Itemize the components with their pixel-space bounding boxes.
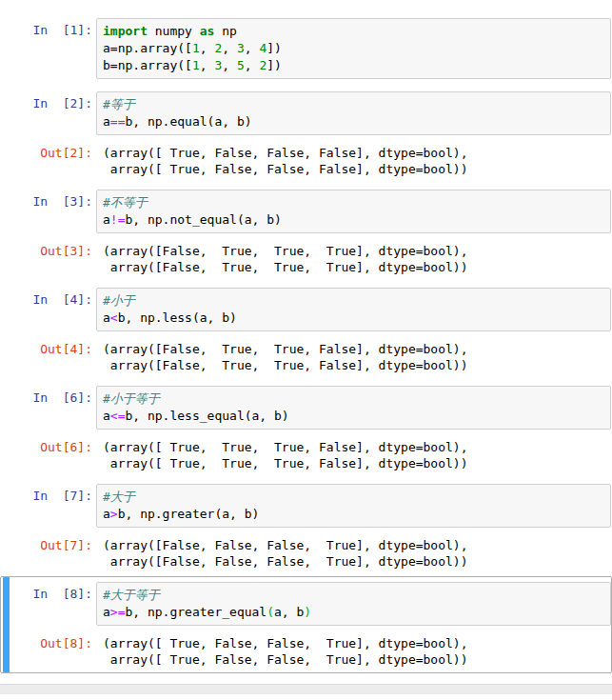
code-cell[interactable]: In [7]:#大于a>b, np.greater(a, b)Out[7]:(a… [0,478,612,575]
output-line: (array([ True, True, True, False], dtype… [103,439,605,455]
output-row: Out[2]:(array([ True, False, False, Fals… [1,141,611,177]
token-num: 3 [237,41,245,55]
token-com: #等于 [103,97,135,111]
token-num: 1 [192,58,200,72]
token-com: #小于等于 [103,391,160,406]
input-row: In [6]:#小于等于a<=b, np.less_equal(a, b) [1,386,611,430]
input-row: In [4]:#小于a<b, np.less(a, b) [1,288,611,331]
token: , [200,58,215,72]
token-num: 1 [192,41,200,55]
input-prompt: In [3]: [1,190,96,210]
token-kw: as [200,24,215,38]
code-cell[interactable]: In [8]:#大于等于a>=b, np.greater_equal(a, b)… [0,576,612,673]
output-text: (array([False, False, False, True], dtyp… [96,533,611,570]
token-com: #小于 [103,293,135,308]
notebook: In [1]:import numpy as npa=np.array([1, … [0,0,612,673]
output-line: array([False, False, False, True], dtype… [103,553,605,570]
output-prompt: Out[7]: [1,533,96,553]
token: b, np.greater(a, b) [118,507,260,521]
output-line: array([False, True, True, False], dtype=… [103,357,605,373]
code-line: a<b, np.less(a, b) [103,310,604,327]
token-num: 5 [237,58,245,72]
code-line: #等于 [103,96,604,113]
output-prompt: Out[4]: [1,337,96,357]
input-row: In [1]:import numpy as npa=np.array([1, … [1,18,611,79]
token: , [222,58,237,72]
token: a [103,310,110,325]
output-line: array([ True, False, False, True], dtype… [103,651,605,668]
token: ]) [267,41,282,55]
code-editor[interactable]: #小于a<b, np.less(a, b) [96,288,611,331]
input-prompt: In [6]: [1,386,96,406]
token-com: #大于 [103,490,135,504]
token-op: <= [110,409,126,423]
code-line: a!=b, np.not_equal(a, b) [103,211,604,229]
token: a=np.array([ [103,41,192,55]
token-mb: ( [267,605,274,619]
output-line: (array([ True, False, False, False], dty… [103,145,605,161]
code-cell[interactable]: In [4]:#小于a<b, np.less(a, b)Out[4]:(arra… [0,282,612,379]
code-editor[interactable]: #大于等于a>=b, np.greater_equal(a, b) [96,582,611,626]
output-text: (array([False, True, True, False], dtype… [96,337,611,373]
output-prompt: Out[3]: [1,239,96,259]
code-cell[interactable]: In [1]:import numpy as npa=np.array([1, … [0,12,612,85]
token: b, np.equal(a, b) [125,114,251,129]
token-op: == [110,114,126,129]
output-line: array([ True, False, False, False], dtyp… [103,161,605,177]
input-prompt: In [1]: [1,18,96,38]
input-prompt: In [4]: [1,288,96,308]
output-row: Out[6]:(array([ True, True, True, False]… [1,435,611,471]
input-prompt: In [8]: [1,582,96,602]
code-editor[interactable]: #等于a==b, np.equal(a, b) [96,91,611,135]
output-text: (array([ True, False, False, True], dtyp… [96,631,611,668]
code-line: a=np.array([1, 2, 3, 4]) [103,40,604,57]
token: a [103,605,110,619]
output-line: (array([False, True, True, True], dtype=… [103,243,605,259]
code-line: a==b, np.equal(a, b) [103,113,604,130]
output-prompt: Out[2]: [1,141,96,161]
token: , [245,41,260,55]
token-mb: ) [304,605,311,619]
token-op: > [110,507,118,521]
code-editor[interactable]: #小于等于a<=b, np.less_equal(a, b) [96,386,611,430]
input-prompt: In [2]: [1,91,96,111]
token: a, b [274,605,304,619]
token-op: != [110,212,126,227]
output-line: array([False, True, True, True], dtype=b… [103,259,605,275]
token-kw: import [103,24,148,38]
code-editor[interactable]: #不等于a!=b, np.not_equal(a, b) [96,190,611,233]
input-row: In [8]:#大于等于a>=b, np.greater_equal(a, b) [1,582,611,626]
code-line: a>b, np.greater(a, b) [103,506,604,523]
output-prompt: Out[6]: [1,435,96,455]
output-prompt: Out[8]: [1,631,96,651]
token: b, np.not_equal(a, b) [125,212,281,227]
code-line: b=np.array([1, 3, 5, 2]) [103,57,604,74]
code-line: a>=b, np.greater_equal(a, b) [103,604,604,621]
code-editor[interactable]: import numpy as npa=np.array([1, 2, 3, 4… [96,18,611,79]
token: , [245,58,260,72]
output-text: (array([ True, True, True, False], dtype… [96,435,611,471]
code-line: #小于等于 [103,390,604,408]
code-line: #小于 [103,292,604,310]
output-line: (array([ True, False, False, True], dtyp… [103,635,605,651]
code-editor[interactable]: #大于a>b, np.greater(a, b) [96,484,611,528]
token-com: #不等于 [103,195,148,210]
token-com: #大于等于 [103,588,160,602]
token: np [214,24,236,38]
token: , [222,41,237,55]
output-text: (array([False, True, True, True], dtype=… [96,239,611,275]
token-op: >= [110,605,126,619]
token: a [103,212,110,227]
code-cell[interactable]: In [2]:#等于a==b, np.equal(a, b)Out[2]:(ar… [0,86,612,183]
token: a [103,114,110,129]
code-line: #大于 [103,489,604,506]
output-line: (array([False, False, False, True], dtyp… [103,537,605,553]
token: numpy [148,24,200,38]
code-cell[interactable]: In [3]:#不等于a!=b, np.not_equal(a, b)Out[3… [0,184,612,281]
token: b=np.array([ [103,58,192,72]
next-cell-input-partial[interactable] [0,684,612,694]
code-line: #不等于 [103,194,604,211]
token: a [103,507,110,521]
code-cell[interactable]: In [6]:#小于等于a<=b, np.less_equal(a, b)Out… [0,380,612,477]
output-row: Out[3]:(array([False, True, True, True],… [1,239,611,275]
